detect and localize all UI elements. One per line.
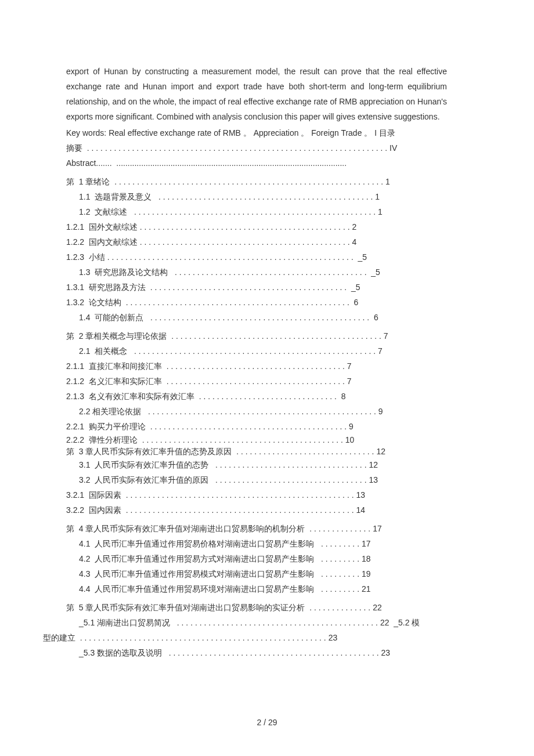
toc-entry: 2.2 相关理论依据 . . . . . . . . . . . . . . .… (79, 404, 447, 419)
toc-entry: 4.2 人民币汇率升值通过作用贸易方式对湖南进出口贸易产生影响 . . . . … (79, 551, 447, 566)
toc-entry: 1.2 文献综述 . . . . . . . . . . . . . . . .… (79, 204, 447, 219)
toc-entry: 第 1 章绪论 . . . . . . . . . . . . . . . . … (66, 174, 447, 189)
toc-entry: 1.2.2 国内文献综述 . . . . . . . . . . . . . .… (66, 234, 447, 249)
toc-entry: 1.4 可能的创新点 . . . . . . . . . . . . . . .… (79, 310, 447, 325)
toc-entry: 1.1 选题背景及意义 . . . . . . . . . . . . . . … (79, 189, 447, 204)
abstract-paragraph: export of Hunan by constructing a measur… (66, 64, 447, 124)
toc-entry: 1.2.3 小结 . . . . . . . . . . . . . . . .… (66, 249, 447, 265)
page-footer: 2 / 29 (0, 718, 534, 727)
toc-entry: 3.2.2 国内因素 . . . . . . . . . . . . . . .… (66, 502, 447, 518)
toc-entry: 2.1 相关概念 . . . . . . . . . . . . . . . .… (79, 343, 447, 359)
toc-entry: 1.3.1 研究思路及方法 . . . . . . . . . . . . . … (66, 280, 447, 295)
toc-entry: 3.1 人民币实际有效汇率升值的态势 . . . . . . . . . . .… (79, 457, 447, 472)
toc-entry: 4.3 人民币汇率升值通过作用贸易模式对湖南进出口贸易产生影响 . . . . … (79, 566, 447, 581)
toc-entry: 2.2.1 购买力平价理论 . . . . . . . . . . . . . … (66, 419, 447, 434)
toc-entry: 1.3 研究思路及论文结构 . . . . . . . . . . . . . … (79, 265, 447, 280)
toc-entry: 2.1.3 名义有效汇率和实际有效汇率 . . . . . . . . . . … (66, 389, 447, 404)
toc-entry: 摘要 . . . . . . . . . . . . . . . . . . .… (66, 140, 447, 155)
toc-entry: 型的建立 . . . . . . . . . . . . . . . . . .… (43, 630, 447, 645)
toc-entry: 4.1 人民币汇率升值通过作用贸易价格对湖南进出口贸易产生影响 . . . . … (79, 536, 447, 551)
table-of-contents: 摘要 . . . . . . . . . . . . . . . . . . .… (66, 140, 447, 660)
toc-entry: 3.2.1 国际因素 . . . . . . . . . . . . . . .… (66, 487, 447, 502)
toc-entry: 1.2.1 国外文献综述 . . . . . . . . . . . . . .… (66, 219, 447, 234)
document-page: export of Hunan by constructing a measur… (0, 0, 534, 756)
toc-entry: 第 3 章人民币实际有效汇率升值的态势及原因 . . . . . . . . .… (66, 446, 447, 457)
toc-entry: 1.3.2 论文结构 . . . . . . . . . . . . . . .… (66, 295, 447, 310)
toc-entry: _5.1 湖南进出口贸易简况 . . . . . . . . . . . . .… (79, 615, 447, 630)
toc-entry: 第 2 章相关概念与理论依据 . . . . . . . . . . . . .… (66, 328, 447, 343)
toc-entry: 第 4 章人民币实际有效汇率升值对湖南进出口贸易影响的机制分析 . . . . … (66, 521, 447, 536)
toc-entry: 第 5 章人民币实际有效汇率升值对湖南进出口贸易影响的实证分析 . . . . … (66, 600, 447, 615)
toc-entry: 4.4 人民币汇率升值通过作用贸易环境对湖南进出口贸易产生影响 . . . . … (79, 581, 447, 596)
toc-entry: 2.1.1 直接汇率和间接汇率 . . . . . . . . . . . . … (66, 359, 447, 374)
toc-entry: 2.2.2 弹性分析理论 . . . . . . . . . . . . . .… (66, 434, 447, 446)
keywords-line: Key words: Real effective exchange rate … (66, 125, 447, 140)
toc-entry: 3.2 人民币实际有效汇率升值的原因 . . . . . . . . . . .… (79, 472, 447, 487)
toc-entry: 2.1.2 名义汇率和实际汇率 . . . . . . . . . . . . … (66, 374, 447, 389)
toc-entry: Abstract....... ........................… (66, 155, 447, 171)
toc-entry: _5.3 数据的选取及说明 . . . . . . . . . . . . . … (79, 645, 447, 660)
